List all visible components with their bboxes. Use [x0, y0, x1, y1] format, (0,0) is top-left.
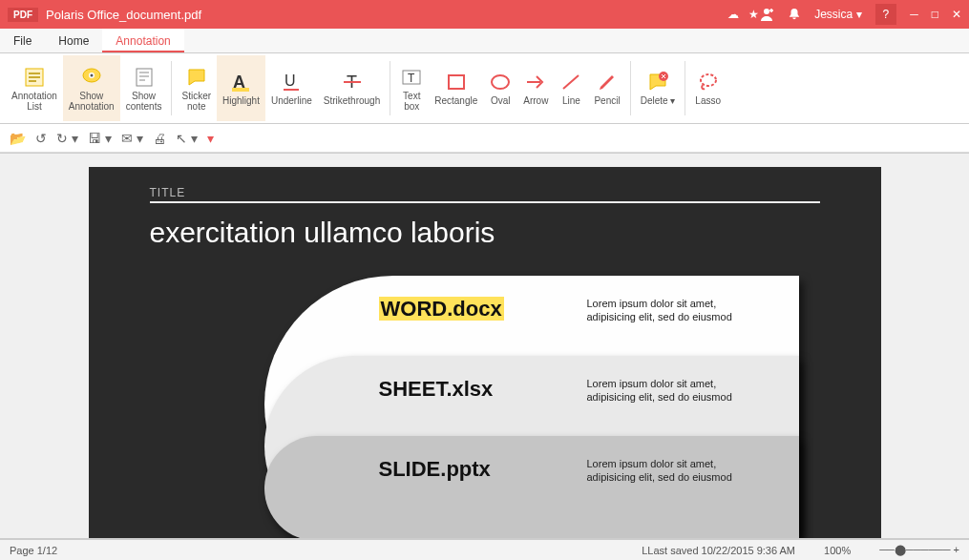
sticker-note-button[interactable]: Sticker note — [176, 55, 217, 121]
textbox-button[interactable]: TText box — [394, 55, 429, 121]
rectangle-button[interactable]: Rectangle — [429, 55, 483, 121]
zoom-level[interactable]: 100% — [824, 545, 851, 556]
slide-subtitle: exercitation ullamco laboris — [150, 217, 820, 249]
underline-button[interactable]: UUnderline — [265, 55, 318, 121]
status-bar: Page 1/12 LLast saved 10/22/2015 9:36 AM… — [0, 539, 969, 560]
pdf-badge: PDF — [8, 8, 38, 22]
card-body: Lorem ipsum dolor sit amet, adipisicing … — [587, 377, 769, 404]
maximize-button[interactable]: □ — [932, 8, 938, 21]
ribbon-tabs: File Home Annotation — [0, 29, 969, 53]
svg-point-18 — [701, 74, 716, 86]
oval-button[interactable]: Oval — [483, 55, 517, 121]
page-indicator[interactable]: Page 1/12 — [10, 545, 57, 556]
svg-rect-5 — [137, 69, 152, 86]
svg-text:T: T — [408, 72, 415, 85]
add-user-icon[interactable] — [759, 7, 774, 22]
tab-home[interactable]: Home — [45, 29, 102, 52]
print-icon[interactable]: 🖨 — [153, 131, 166, 146]
arrow-button[interactable]: Arrow — [517, 55, 554, 121]
annotation-list-button[interactable]: Annotation List — [6, 55, 63, 121]
pointer-icon[interactable]: ↖ ▾ — [176, 131, 198, 146]
bell-icon[interactable] — [788, 8, 801, 21]
tab-file[interactable]: File — [0, 29, 45, 52]
redo-icon[interactable]: ↻ ▾ — [56, 131, 78, 146]
tab-annotation[interactable]: Annotation — [102, 29, 183, 52]
last-saved: LLast saved 10/22/2015 9:36 AM — [642, 545, 795, 556]
mail-icon[interactable]: ✉ ▾ — [121, 131, 143, 146]
card-heading: SLIDE.pptx — [379, 457, 560, 482]
document-title: Polaris Office_document.pdf — [46, 8, 727, 22]
highlight-button[interactable]: AHighlight — [217, 55, 265, 121]
delete-annotation-button[interactable]: Delete ▾ — [635, 55, 682, 121]
svg-text:U: U — [284, 73, 296, 89]
show-contents-button[interactable]: Show contents — [120, 55, 168, 121]
ribbon: Annotation List Show Annotation Show con… — [0, 53, 969, 124]
undo-icon[interactable]: ↺ — [35, 131, 47, 146]
help-button[interactable]: ? — [875, 4, 897, 25]
svg-rect-14 — [449, 75, 464, 89]
more-icon[interactable]: ▾ — [207, 131, 214, 146]
show-annotation-button[interactable]: Show Annotation — [63, 55, 120, 121]
card-heading: SHEET.xlsx — [379, 377, 560, 402]
svg-point-4 — [90, 73, 93, 76]
card-slide: SLIDE.pptx Lorem ipsum dolor sit amet, a… — [264, 436, 799, 539]
slide-page: TITLE exercitation ullamco laboris WORD.… — [89, 167, 881, 539]
zoom-slider[interactable]: ──⬤────── + — [879, 544, 959, 556]
card-heading: WORD.docx — [379, 297, 560, 321]
lasso-button[interactable]: Lasso — [689, 55, 727, 121]
slide-title-label: TITLE — [150, 186, 820, 203]
card-body: Lorem ipsum dolor sit amet, adipisicing … — [587, 457, 769, 485]
document-canvas[interactable]: TITLE exercitation ullamco laboris WORD.… — [0, 153, 969, 539]
svg-rect-7 — [232, 88, 249, 92]
title-bar: PDF Polaris Office_document.pdf ☁ ★ Jess… — [0, 0, 969, 29]
save-icon[interactable]: 🖫 ▾ — [88, 131, 112, 146]
svg-point-0 — [764, 9, 769, 14]
user-menu[interactable]: Jessica ▾ — [814, 8, 861, 21]
star-icon[interactable]: ★ — [748, 8, 759, 21]
pencil-button[interactable]: Pencil — [588, 55, 625, 121]
quick-toolbar: 📂 ↺ ↻ ▾ 🖫 ▾ ✉ ▾ 🖨 ↖ ▾ ▾ — [0, 124, 969, 153]
minimize-button[interactable]: ─ — [910, 8, 918, 21]
line-button[interactable]: Line — [554, 55, 588, 121]
card-stack: WORD.docx Lorem ipsum dolor sit amet, ad… — [264, 276, 799, 539]
strikethrough-button[interactable]: TStrikethrough — [318, 55, 386, 121]
close-button[interactable]: ✕ — [952, 8, 961, 21]
open-icon[interactable]: 📂 — [10, 131, 26, 146]
card-body: Lorem ipsum dolor sit amet, adipisicing … — [587, 297, 769, 324]
svg-point-15 — [492, 75, 509, 89]
svg-line-16 — [563, 75, 579, 89]
cloud-icon[interactable]: ☁ — [727, 8, 739, 21]
